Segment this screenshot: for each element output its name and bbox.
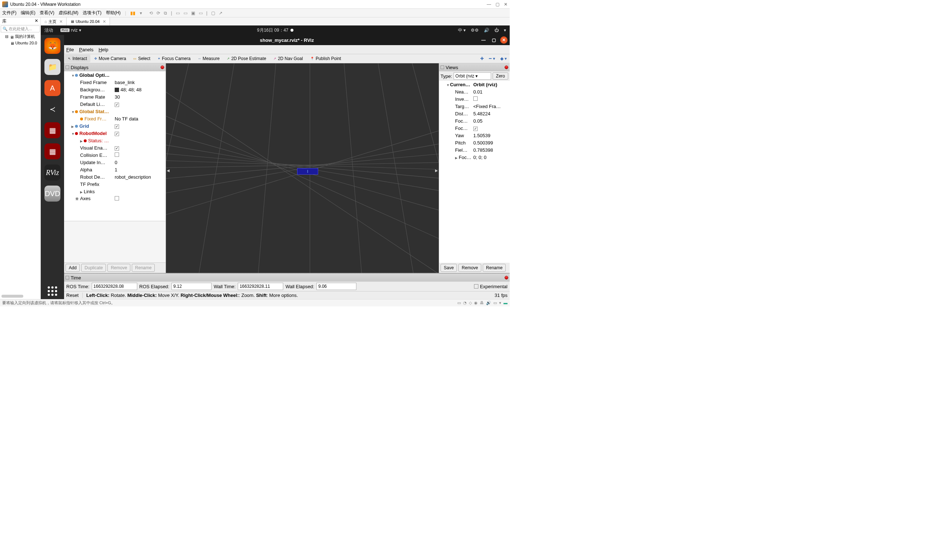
rviz-3d-viewport[interactable]: ◀ ▶	[166, 63, 439, 273]
device-icon[interactable]: ▾	[499, 300, 501, 305]
device-icon[interactable]: ▬	[504, 300, 507, 305]
clock[interactable]: 9月16日 09：47	[257, 27, 293, 34]
nav-goal-button[interactable]: ↗2D Nav Goal	[270, 55, 306, 63]
undock-icon[interactable]	[66, 276, 69, 280]
close-icon[interactable]	[160, 66, 164, 69]
dropdown-icon[interactable]: ▾	[504, 28, 506, 33]
menu-view[interactable]: 查看(V)	[40, 10, 54, 16]
add-tool-icon[interactable]: ✚	[478, 56, 486, 61]
menu-file[interactable]: 文件(F)	[2, 10, 16, 16]
unity-icon[interactable]: ↗	[219, 11, 222, 15]
dvd-icon[interactable]: DVD	[45, 186, 60, 202]
snapshot-manager-icon[interactable]: ⧉	[164, 11, 167, 15]
app-menu[interactable]: RVizrviz ▾	[60, 28, 81, 33]
pose-estimate-button[interactable]: ↗2D Pose Estimate	[223, 55, 270, 63]
remove-tool-icon[interactable]: ━ ▾	[487, 56, 497, 61]
duplicate-button[interactable]: Duplicate	[81, 264, 106, 272]
rviz-app-icon[interactable]: RViz	[45, 165, 60, 180]
device-icon[interactable]: 🔊	[486, 300, 491, 305]
tool-dropdown-icon[interactable]: ◆ ▾	[498, 56, 509, 61]
menu-panels[interactable]: Panels	[79, 47, 94, 52]
menu-tabs[interactable]: 选项卡(T)	[83, 10, 101, 16]
minimize-icon[interactable]: —	[480, 36, 487, 44]
menu-vm[interactable]: 虚拟机(M)	[59, 10, 78, 16]
library-search[interactable]: 🔍 在此处键入...	[1, 25, 40, 32]
device-icon[interactable]: ◔	[463, 300, 467, 305]
select-button[interactable]: ▭Select	[130, 55, 153, 63]
window-minimize-icon[interactable]: —	[487, 2, 491, 7]
sidebar-scrollbar[interactable]	[2, 295, 23, 298]
view-icon[interactable]: ▭	[183, 11, 188, 15]
divider: |	[125, 11, 126, 15]
rename-button[interactable]: Rename	[132, 264, 155, 272]
device-icon[interactable]: 🖶	[480, 300, 484, 305]
focus-camera-button[interactable]: ✦Focus Camera	[154, 55, 194, 63]
rename-button[interactable]: Rename	[483, 264, 506, 272]
move-camera-button[interactable]: ✥Move Camera	[91, 55, 129, 63]
terminal-icon[interactable]: ▦	[45, 143, 60, 159]
network-icon[interactable]: ⚙⚙	[471, 28, 479, 33]
device-icon[interactable]: ◇	[469, 300, 472, 305]
device-icon[interactable]: ▭	[457, 300, 461, 305]
tab-home[interactable]: ⌂主页✕	[41, 17, 66, 25]
displays-tree[interactable]: ▼Global Opti… Fixed Framebase_link Backg…	[64, 71, 166, 221]
remove-button[interactable]: Remove	[108, 264, 130, 272]
fullscreen-icon[interactable]: ▢	[211, 11, 215, 15]
publish-point-button[interactable]: 📍Publish Point	[307, 55, 344, 63]
view-icon[interactable]: ▣	[191, 11, 195, 15]
window-maximize-icon[interactable]: ▢	[496, 2, 499, 7]
close-icon[interactable]	[505, 66, 508, 69]
view-icon[interactable]: ▭	[199, 11, 203, 15]
tree-root[interactable]: ⊟🖥我的计算机	[0, 33, 40, 40]
dropdown-icon[interactable]: ▾	[140, 11, 142, 15]
interact-button[interactable]: ↖Interact	[65, 55, 90, 63]
undock-icon[interactable]	[441, 66, 444, 69]
tree-vm[interactable]: 🖥Ubuntu 20.0	[0, 40, 40, 46]
save-button[interactable]: Save	[441, 264, 457, 272]
reset-button[interactable]: Reset	[66, 292, 83, 298]
close-icon[interactable]: ✕	[59, 19, 63, 24]
snapshot-icon[interactable]: ⟲	[149, 11, 153, 15]
device-icon[interactable]: ▭	[493, 300, 497, 305]
terminal-icon[interactable]: ▦	[45, 122, 60, 138]
snapshot-icon[interactable]: ⟳	[157, 11, 160, 15]
volume-icon[interactable]: 🔊	[484, 28, 489, 33]
power-icon[interactable]: ⏻	[494, 28, 499, 33]
ime-indicator[interactable]: 中 ▾	[458, 27, 466, 34]
experimental-checkbox[interactable]: Experimental	[474, 284, 507, 289]
chevron-right-icon[interactable]: ▶	[435, 168, 438, 172]
vscode-icon[interactable]: ≺	[45, 101, 60, 117]
measure-button[interactable]: ↔Measure	[194, 55, 223, 63]
view-type-select[interactable]: Orbit (rviz ▾	[454, 72, 491, 80]
device-icon[interactable]: ◉	[474, 300, 478, 305]
close-icon[interactable]: ✕	[35, 18, 38, 24]
close-icon[interactable]	[505, 276, 508, 280]
close-icon[interactable]: ✕	[500, 36, 507, 44]
menu-edit[interactable]: 编辑(E)	[21, 10, 35, 16]
tab-ubuntu[interactable]: 🖥Ubuntu 20.04✕	[66, 17, 110, 25]
firefox-icon[interactable]: 🦊	[45, 38, 60, 54]
view-icon[interactable]: ▭	[176, 11, 180, 15]
wall-time-field[interactable]	[238, 283, 283, 290]
remove-button[interactable]: Remove	[458, 264, 481, 272]
software-icon[interactable]: A	[45, 80, 60, 96]
rviz-titlebar[interactable]: show_mycar.rviz* - RViz — ▢ ✕	[64, 35, 510, 45]
close-icon[interactable]: ✕	[103, 19, 106, 24]
activities-button[interactable]: 活动	[45, 27, 53, 34]
add-button[interactable]: Add	[66, 264, 80, 272]
menu-help[interactable]: 帮助(H)	[106, 10, 121, 16]
wall-elapsed-field[interactable]	[316, 283, 356, 290]
zero-button[interactable]: Zero	[493, 72, 508, 80]
chevron-left-icon[interactable]: ◀	[167, 168, 169, 172]
undock-icon[interactable]	[66, 66, 69, 69]
show-apps-icon[interactable]	[45, 283, 60, 299]
menu-file[interactable]: File	[66, 47, 74, 52]
views-tree[interactable]: ▼Curren…Orbit (rviz) Nea…0.01 Inve… Targ…	[439, 81, 510, 263]
ros-elapsed-field[interactable]	[171, 283, 211, 290]
window-close-icon[interactable]: ✕	[504, 2, 507, 7]
files-icon[interactable]: 📁	[45, 59, 60, 75]
menu-help[interactable]: Help	[99, 47, 108, 52]
maximize-icon[interactable]: ▢	[490, 36, 497, 44]
ros-time-field[interactable]	[92, 283, 137, 290]
pause-icon[interactable]: ▮▮	[130, 11, 136, 15]
